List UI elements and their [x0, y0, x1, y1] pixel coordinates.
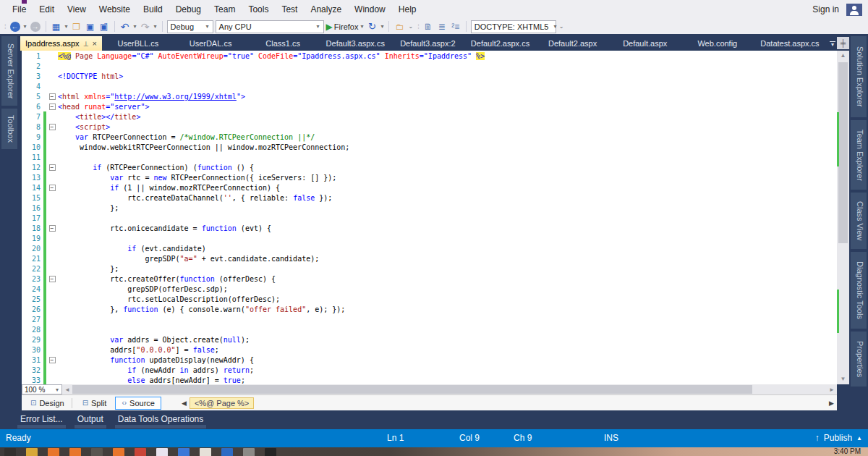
menu-item-debug[interactable]: Debug — [169, 1, 208, 17]
taskbar-icon-colorful-drive[interactable] — [178, 448, 190, 456]
doctype-dropdown[interactable]: DOCTYPE: XHTML5▾ — [471, 20, 556, 33]
taskbar-icon-pencil-tool[interactable] — [200, 448, 211, 456]
scroll-right-arrow[interactable]: ► — [827, 387, 837, 393]
menu-item-build[interactable]: Build — [137, 1, 169, 17]
fold-collapse-icon[interactable]: − — [49, 357, 56, 363]
menu-item-team[interactable]: Team — [208, 1, 242, 17]
editor-split-handle[interactable]: ╪ — [837, 37, 849, 49]
taskbar-icon-orange-mail[interactable] — [113, 448, 124, 456]
navigate-forward-button[interactable]: → — [30, 20, 41, 33]
tab-class1-cs[interactable]: Class1.cs — [247, 36, 319, 51]
scroll-up-arrow[interactable]: ▲ — [837, 51, 849, 61]
tab-default3-aspx-2[interactable]: Default3.aspx:2 — [391, 36, 464, 51]
redo-dropdown-caret[interactable]: ▾ — [153, 23, 158, 30]
solution-platform-dropdown[interactable]: Any CPU▾ — [216, 20, 324, 33]
close-icon[interactable]: × — [92, 39, 96, 48]
rail-tab-team-explorer[interactable]: Team Explorer — [851, 120, 867, 190]
format-list-icon[interactable]: ≣ — [436, 20, 448, 33]
tab-default2-aspx[interactable]: Default2.aspx — [537, 36, 609, 51]
back-dropdown-caret[interactable]: ▾ — [23, 23, 27, 30]
tab-default3-aspx-cs[interactable]: Default3.aspx.cs — [319, 36, 391, 51]
new-dropdown-caret[interactable]: ▾ — [64, 23, 69, 30]
taskbar-clock[interactable]: 3:40 PM — [834, 447, 861, 455]
taskbar-icon-start[interactable] — [4, 448, 16, 456]
solution-configuration-dropdown[interactable]: Debug▾ — [167, 20, 213, 33]
fold-collapse-icon[interactable]: − — [49, 93, 56, 100]
rail-tab-server-explorer[interactable]: Server Explorer — [1, 36, 17, 106]
new-project-icon[interactable]: ▦ — [51, 20, 62, 33]
publish-button[interactable]: ↑ Publish ▲ — [815, 433, 862, 443]
taskbar-icon-file-explorer[interactable] — [26, 448, 38, 456]
vertical-scroll-thumb[interactable] — [838, 62, 848, 243]
design-view-button[interactable]: ⊡ Design — [25, 397, 70, 409]
taskbar-icon-file-page[interactable] — [243, 448, 255, 456]
tab-userdal-cs[interactable]: UserDAL.cs — [174, 36, 247, 51]
menu-item-website[interactable]: Website — [93, 1, 137, 17]
navigate-back-button[interactable]: ← — [9, 20, 21, 33]
source-view-button[interactable]: ‹› Source — [115, 397, 161, 410]
refresh-icon[interactable]: ↻ — [366, 20, 378, 33]
panel-tab-error-list-[interactable]: Error List... — [13, 411, 70, 426]
fold-collapse-icon[interactable]: − — [49, 104, 56, 110]
menu-item-edit[interactable]: Edit — [33, 1, 61, 17]
rail-tab-toolbox[interactable]: Toolbox — [1, 109, 17, 149]
document-outline-icon[interactable]: 🗎 — [422, 20, 434, 33]
rail-tab-solution-explorer[interactable]: Solution Explorer — [851, 36, 867, 117]
browser-dropdown-caret[interactable]: ▾ — [359, 23, 364, 30]
open-file-icon[interactable]: ❒ — [71, 20, 82, 33]
tab-web-config[interactable]: Web.config — [681, 36, 754, 51]
undo-dropdown-caret[interactable]: ▾ — [133, 23, 137, 30]
redo-icon[interactable]: ↷ — [140, 20, 151, 33]
taskbar-icon-code-editor-orange-1[interactable] — [48, 448, 59, 456]
tag-nav-right-arrow[interactable]: ▶ — [826, 400, 837, 407]
scroll-down-arrow[interactable]: ▼ — [837, 374, 849, 384]
panel-tab-output[interactable]: Output — [70, 411, 111, 426]
pin-icon[interactable]: ⊤ — [83, 40, 89, 47]
fold-collapse-icon[interactable]: − — [49, 225, 56, 232]
fold-collapse-icon[interactable]: − — [49, 124, 56, 130]
menu-item-view[interactable]: View — [61, 1, 93, 17]
taskbar-icon-red-browser[interactable] — [135, 448, 146, 456]
tag-nav-left-arrow[interactable]: ◀ — [179, 400, 190, 407]
tag-navigator-chip[interactable]: <%@ Page %> — [190, 397, 254, 409]
tab-userbll-cs[interactable]: UserBLL.cs — [102, 36, 174, 51]
start-debug-button[interactable]: ▶ Firefox ▾ — [326, 22, 365, 32]
menu-item-window[interactable]: Window — [348, 1, 392, 17]
tab-default2-aspx-cs[interactable]: Default2.aspx.cs — [464, 36, 536, 51]
menu-item-tools[interactable]: Tools — [242, 1, 275, 17]
scroll-left-arrow[interactable]: ◄ — [62, 387, 72, 393]
taskbar-icon-notepad-dark[interactable] — [265, 448, 276, 456]
code-editor[interactable]: 1<%@ Page Language="C#" AutoEventWireup=… — [22, 51, 837, 384]
horizontal-scroll-thumb[interactable] — [72, 385, 752, 394]
taskbar-icon-browser-ring[interactable] — [91, 448, 103, 456]
menu-item-file[interactable]: File — [6, 1, 33, 17]
editor-zoom-dropdown[interactable]: 100 %▾ — [22, 384, 62, 394]
rail-tab-class-view[interactable]: Class View — [851, 193, 867, 249]
sign-in-link[interactable]: Sign in — [812, 4, 839, 14]
tab-default-aspx[interactable]: Default.aspx — [609, 36, 681, 51]
undo-icon[interactable]: ↶ — [119, 20, 131, 33]
menu-item-analyze[interactable]: Analyze — [304, 1, 348, 17]
comment-list-icon[interactable]: ²≡ — [450, 20, 461, 33]
fold-collapse-icon[interactable]: − — [49, 164, 56, 171]
toolbar-overflow-caret-2[interactable]: ⌄ — [558, 23, 565, 30]
tab-ipaddress-aspx[interactable]: Ipaddress.aspx ⊤ × — [20, 36, 102, 51]
tab-datatest-aspx-cs[interactable]: Datatest.aspx.cs — [754, 36, 826, 51]
split-view-button[interactable]: ⊟ Split — [77, 397, 113, 409]
fold-collapse-icon[interactable]: − — [49, 185, 56, 191]
fold-collapse-icon[interactable]: − — [49, 276, 56, 282]
menu-item-test[interactable]: Test — [275, 1, 304, 17]
refresh-dropdown-caret[interactable]: ▾ — [380, 23, 384, 30]
save-all-icon[interactable]: ▣̈ — [98, 20, 110, 33]
editor-vertical-scrollbar[interactable]: ▲ ▼ — [837, 51, 849, 384]
save-icon[interactable]: ▣ — [85, 20, 96, 33]
rail-tab-properties[interactable]: Properties — [851, 332, 867, 387]
find-in-files-icon[interactable]: 🗀 — [393, 20, 405, 33]
menu-item-help[interactable]: Help — [392, 1, 423, 17]
panel-tab-data-tools-operations[interactable]: Data Tools Operations — [111, 411, 211, 426]
user-avatar-icon[interactable] — [846, 4, 862, 16]
taskbar-icon-code-editor-orange-2[interactable] — [69, 448, 81, 456]
taskbar-icon-visual-studio[interactable] — [156, 448, 168, 456]
taskbar-icon-blue-tool[interactable] — [221, 448, 233, 456]
toolbar-overflow-caret-1[interactable]: ⌄ — [407, 23, 414, 30]
